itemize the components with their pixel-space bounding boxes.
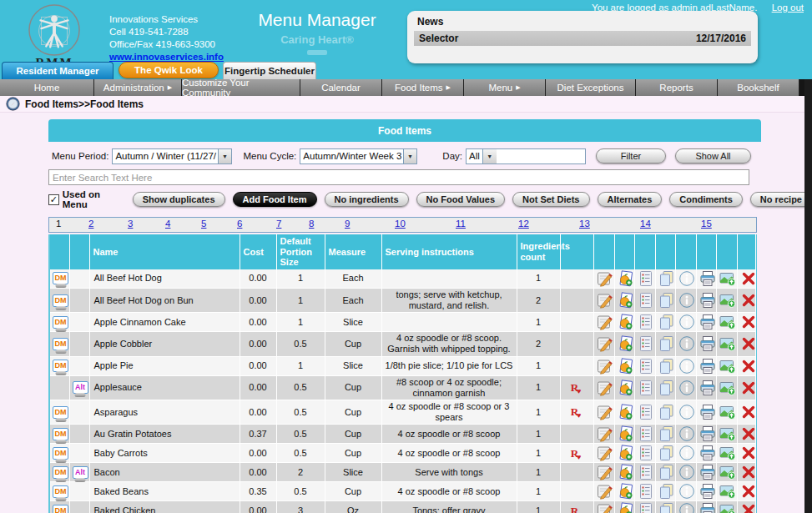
page-link-2[interactable]: 2 <box>88 219 93 229</box>
nav-item-bookshelf[interactable]: Bookshelf <box>718 79 799 96</box>
delete-icon[interactable] <box>740 380 757 396</box>
print-icon[interactable] <box>699 502 716 513</box>
food-values-icon[interactable] <box>618 270 634 287</box>
print-icon[interactable] <box>699 292 716 309</box>
news-selector-bar[interactable]: Selector 12/17/2016 <box>414 31 751 46</box>
page-link-4[interactable]: 4 <box>165 219 170 229</box>
info-icon[interactable] <box>678 464 695 480</box>
recipe-checklist-icon[interactable] <box>638 314 654 330</box>
action-button-no-ingredients[interactable]: No ingredients <box>325 192 409 207</box>
image-upload-icon[interactable] <box>719 292 736 309</box>
action-button-not-set-diets[interactable]: Not Set Diets <box>512 192 589 207</box>
chevron-down-icon[interactable]: ▼ <box>482 149 497 163</box>
food-values-icon[interactable] <box>618 425 634 442</box>
page-link-14[interactable]: 14 <box>640 219 651 229</box>
copy-icon[interactable] <box>658 358 675 375</box>
print-icon[interactable] <box>699 270 716 287</box>
copy-icon[interactable] <box>658 270 675 287</box>
action-button-no-recipe[interactable]: No recipe <box>750 192 812 207</box>
used-on-menu-checkbox[interactable]: ✓ <box>48 194 59 205</box>
info-icon[interactable] <box>678 335 695 352</box>
print-icon[interactable] <box>699 445 716 461</box>
alt-badge-icon[interactable]: Alt <box>73 381 88 394</box>
delete-icon[interactable] <box>740 404 757 420</box>
nav-item-food-items[interactable]: Food Items▶ <box>382 79 464 96</box>
day-select[interactable]: All ▼ <box>466 148 586 164</box>
recipe-checklist-icon[interactable] <box>638 425 654 442</box>
menu-cycle-select[interactable]: Autumn/Winter Week 3 ▼ <box>300 148 417 164</box>
info-icon[interactable] <box>678 292 695 309</box>
image-upload-icon[interactable] <box>719 502 736 513</box>
page-link-5[interactable]: 5 <box>201 219 206 229</box>
dm-badge-icon[interactable]: DM <box>53 272 68 284</box>
search-input[interactable] <box>48 169 749 185</box>
info-icon[interactable] <box>678 314 695 330</box>
copy-icon[interactable] <box>658 380 675 396</box>
recipe-checklist-icon[interactable] <box>638 335 654 352</box>
image-upload-icon[interactable] <box>719 335 736 352</box>
page-link-7[interactable]: 7 <box>276 219 281 229</box>
dm-badge-icon[interactable]: DM <box>53 338 68 350</box>
edit-icon[interactable] <box>597 292 613 309</box>
info-icon[interactable] <box>678 404 695 420</box>
delete-icon[interactable] <box>740 502 757 513</box>
action-button-condiments[interactable]: Condiments <box>669 192 743 207</box>
copy-icon[interactable] <box>658 404 675 420</box>
dm-badge-icon[interactable]: DM <box>53 505 68 513</box>
info-icon[interactable] <box>678 502 695 513</box>
recipe-checklist-icon[interactable] <box>638 445 654 461</box>
recipe-checklist-icon[interactable] <box>638 483 654 500</box>
info-icon[interactable] <box>678 358 695 375</box>
image-upload-icon[interactable] <box>719 314 736 330</box>
page-link-13[interactable]: 13 <box>579 219 590 229</box>
delete-icon[interactable] <box>740 483 757 500</box>
image-upload-icon[interactable] <box>719 425 736 442</box>
image-upload-icon[interactable] <box>719 380 736 396</box>
food-values-icon[interactable] <box>618 335 634 352</box>
info-icon[interactable] <box>678 483 695 500</box>
edit-icon[interactable] <box>597 314 613 330</box>
chevron-down-icon[interactable]: ▼ <box>218 149 232 163</box>
edit-icon[interactable] <box>597 335 613 352</box>
edit-icon[interactable] <box>597 425 613 442</box>
recipe-checklist-icon[interactable] <box>638 270 654 287</box>
action-button-show-duplicates[interactable]: Show duplicates <box>133 192 225 207</box>
food-values-icon[interactable] <box>618 314 634 330</box>
image-upload-icon[interactable] <box>719 445 736 461</box>
edit-icon[interactable] <box>597 483 613 500</box>
info-icon[interactable] <box>678 445 695 461</box>
delete-icon[interactable] <box>740 314 757 330</box>
info-icon[interactable] <box>678 380 695 396</box>
info-icon[interactable] <box>678 425 695 442</box>
print-icon[interactable] <box>699 464 716 480</box>
delete-icon[interactable] <box>740 270 757 287</box>
food-values-icon[interactable] <box>618 358 634 375</box>
food-values-icon[interactable] <box>618 445 634 461</box>
recipe-checklist-icon[interactable] <box>638 502 654 513</box>
website-link[interactable]: www.innovaservices.info <box>109 52 224 62</box>
edit-icon[interactable] <box>597 404 613 420</box>
image-upload-icon[interactable] <box>719 483 736 500</box>
filter-button[interactable]: Filter <box>596 148 666 163</box>
delete-icon[interactable] <box>740 425 757 442</box>
food-values-icon[interactable] <box>618 292 634 309</box>
recipe-checklist-icon[interactable] <box>638 358 654 375</box>
delete-icon[interactable] <box>740 292 757 309</box>
food-values-icon[interactable] <box>618 380 634 396</box>
nav-item-administration[interactable]: Administration▶ <box>94 79 182 96</box>
page-link-10[interactable]: 10 <box>395 219 406 229</box>
image-upload-icon[interactable] <box>719 404 736 420</box>
image-upload-icon[interactable] <box>719 464 736 480</box>
dm-badge-icon[interactable]: DM <box>53 406 68 419</box>
copy-icon[interactable] <box>658 335 675 352</box>
page-link-11[interactable]: 11 <box>456 219 466 229</box>
nav-item-diet-exceptions[interactable]: Diet Exceptions <box>546 79 636 96</box>
nav-item-menu[interactable]: Menu▶ <box>464 79 546 96</box>
action-button-no-food-values[interactable]: No Food Values <box>416 192 506 207</box>
copy-icon[interactable] <box>658 314 675 330</box>
nav-item-home[interactable]: Home <box>0 79 94 96</box>
menu-period-select[interactable]: Autumn / Winter (11/27/ ▼ <box>112 148 232 164</box>
dm-badge-icon[interactable]: DM <box>53 466 68 479</box>
image-upload-icon[interactable] <box>719 270 736 287</box>
page-link-1[interactable]: 1 <box>56 219 61 229</box>
